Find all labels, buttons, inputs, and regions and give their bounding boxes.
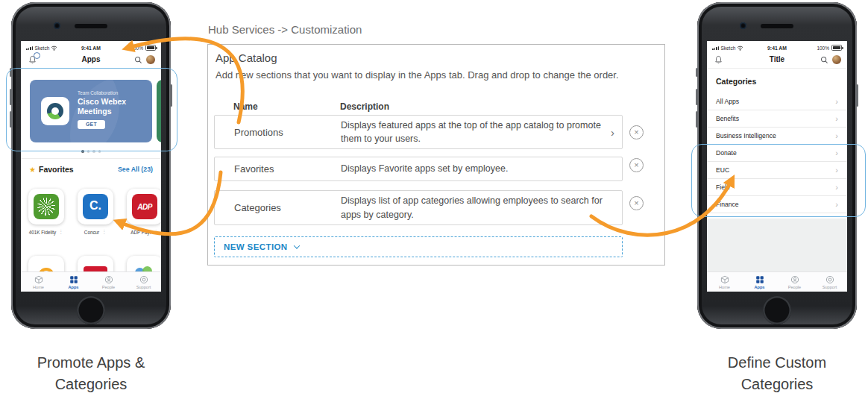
remove-section-icon[interactable]: ×	[629, 125, 644, 139]
category-row[interactable]: Field›	[707, 179, 847, 196]
chevron-right-icon: ›	[835, 149, 838, 157]
chevron-right-icon: ›	[835, 166, 838, 175]
apps-grid-icon	[755, 275, 764, 284]
tab-home[interactable]: Home	[21, 272, 56, 292]
tab-people[interactable]: People	[777, 272, 812, 292]
front-camera	[740, 22, 746, 29]
left-caption: Promote Apps & Categories	[7, 352, 174, 395]
people-icon	[104, 275, 113, 284]
favorites-heading: Favorites	[39, 165, 74, 174]
people-icon	[790, 275, 799, 284]
power-button	[856, 84, 858, 107]
next-promotion-card[interactable]	[157, 80, 161, 142]
left-phone-screen: Sketch 9:41 AM 100% Apps	[21, 41, 161, 292]
left-phone-mockup: Sketch 9:41 AM 100% Apps	[11, 2, 171, 329]
app-label: ADP Payr⋮	[127, 229, 161, 235]
kebab-menu-icon[interactable]: ⋮	[58, 229, 63, 235]
battery-icon	[831, 45, 842, 51]
kebab-menu-icon[interactable]: ⋮	[101, 229, 107, 235]
tab-home[interactable]: Home	[707, 272, 742, 292]
new-section-button[interactable]: NEW SECTION	[214, 236, 623, 257]
search-icon[interactable]	[820, 56, 828, 64]
clock-label: 9:41 AM	[26, 45, 156, 51]
promotion-banner-card[interactable]: Team Collaboration Cisco Webex Meetings …	[30, 80, 152, 142]
tab-support[interactable]: Support	[812, 272, 847, 292]
support-icon	[825, 275, 834, 284]
chevron-right-icon[interactable]: ›	[611, 126, 614, 139]
webex-app-icon	[41, 97, 69, 125]
section-row-categories[interactable]: Categories Displays list of app categori…	[214, 190, 623, 225]
chevron-right-icon: ›	[835, 132, 838, 140]
get-button[interactable]: GET	[78, 120, 105, 129]
section-divider	[21, 158, 161, 159]
right-phone-mockup: Sketch 9:41 AM 100% Title	[697, 2, 857, 329]
avatar[interactable]	[832, 55, 841, 64]
column-header-description: Description	[340, 101, 389, 112]
category-row[interactable]: All Apps›	[707, 93, 847, 110]
category-row[interactable]: Business Intelligence›	[707, 128, 847, 145]
front-camera	[54, 22, 60, 29]
tab-people[interactable]: People	[91, 272, 126, 292]
status-bar: Sketch 9:41 AM 100%	[26, 43, 156, 52]
power-button	[170, 84, 172, 107]
remove-section-icon[interactable]: ×	[629, 158, 644, 172]
star-icon: ★	[29, 166, 36, 174]
volume-up-button	[696, 89, 698, 105]
volume-down-button	[696, 111, 698, 128]
search-icon[interactable]	[134, 56, 142, 64]
categories-heading: Categories	[716, 77, 756, 86]
tab-support[interactable]: Support	[126, 272, 161, 292]
section-row-promotions[interactable]: Promotions Displays featured apps at the…	[214, 115, 623, 149]
bottom-tab-bar: Home Apps People Support	[707, 271, 847, 292]
avatar[interactable]	[146, 55, 155, 64]
carousel-page-dots[interactable]	[21, 150, 161, 153]
kebab-menu-icon[interactable]: ⋮	[154, 229, 159, 235]
category-row[interactable]: Benefits›	[707, 110, 847, 128]
panel-subtitle: Add new sections that you want to displa…	[216, 69, 619, 81]
home-button[interactable]	[77, 296, 105, 324]
speaker-slot	[761, 24, 793, 28]
section-row-favorites[interactable]: Favorites Displays Favorite apps set by …	[214, 157, 623, 181]
tab-apps[interactable]: Apps	[742, 272, 777, 292]
volume-down-button	[10, 111, 12, 128]
tab-apps[interactable]: Apps	[56, 272, 91, 292]
bottom-tab-bar: Home Apps People Support	[21, 271, 161, 292]
new-section-label: NEW SECTION	[224, 242, 288, 251]
apps-grid-icon	[69, 275, 78, 284]
app-label: 401K Fidelity⋮	[28, 229, 64, 235]
chevron-right-icon: ›	[835, 98, 838, 106]
remove-section-icon[interactable]: ×	[629, 196, 644, 210]
app-navbar: Apps	[21, 52, 161, 69]
banner-kicker: Team Collaboration	[78, 90, 137, 95]
home-button[interactable]	[763, 296, 791, 324]
app-icon-concur[interactable]: C.	[78, 189, 113, 224]
panel-title: App Catalog	[216, 51, 277, 64]
category-row[interactable]: Finance›	[707, 196, 847, 213]
banner-title: Cisco Webex Meetings	[78, 97, 137, 116]
column-header-name: Name	[233, 101, 258, 112]
app-catalog-panel: App Catalog Add new sections that you wa…	[207, 44, 665, 266]
see-all-link[interactable]: See All (23)	[118, 166, 153, 173]
support-icon	[139, 275, 148, 284]
app-icon-fidelity[interactable]	[28, 189, 64, 224]
home-cube-icon	[34, 275, 43, 284]
breadcrumb: Hub Services -> Customization	[208, 23, 362, 36]
figure-canvas: Sketch 9:41 AM 100% Apps	[0, 0, 868, 399]
right-caption: Define Custom Categories	[694, 352, 861, 395]
chevron-right-icon: ›	[835, 183, 838, 192]
home-cube-icon	[720, 275, 729, 284]
category-row[interactable]: Donate›	[707, 145, 847, 162]
mute-switch	[10, 68, 12, 77]
category-list: All Apps› Benefits› Business Intelligenc…	[707, 93, 847, 213]
volume-up-button	[10, 89, 12, 105]
category-row[interactable]: EUC›	[707, 162, 847, 179]
speaker-slot	[75, 24, 107, 28]
app-icon-adp[interactable]: ADP	[127, 189, 161, 224]
chevron-right-icon: ›	[835, 115, 838, 123]
mute-switch	[696, 68, 698, 77]
right-phone-screen: Sketch 9:41 AM 100% Title	[707, 41, 847, 292]
app-navbar: Title	[707, 52, 847, 69]
app-label: Concur⋮	[78, 229, 113, 235]
empty-area	[707, 219, 847, 272]
clock-label: 9:41 AM	[712, 45, 842, 51]
